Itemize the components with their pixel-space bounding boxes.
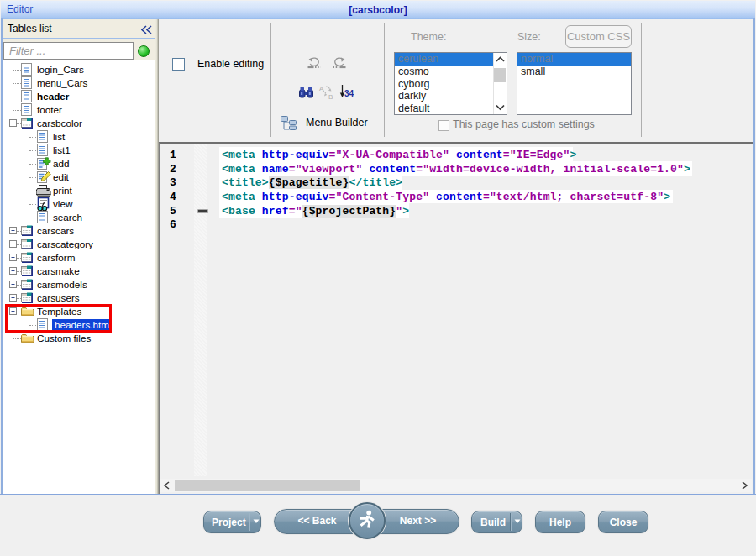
svg-text:B: B: [328, 93, 333, 100]
